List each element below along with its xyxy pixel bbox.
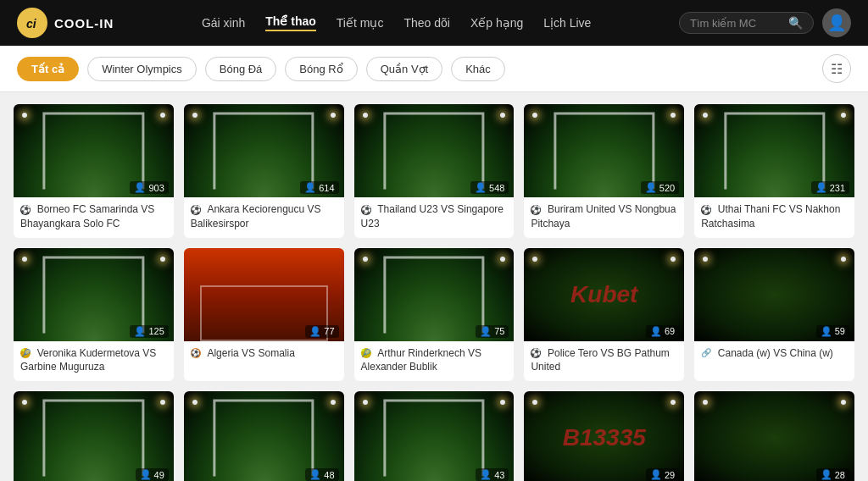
viewer-number: 69: [665, 326, 675, 336]
viewer-icon: 👤: [650, 469, 662, 480]
card-thumbnail: 👤 614: [184, 104, 344, 197]
sport-icon-soccer: ⚽: [20, 205, 31, 215]
filter-bar: Tất cả Winter Olympics Bóng Đá Bóng Rổ Q…: [0, 46, 868, 92]
viewer-number: 49: [154, 470, 164, 480]
viewer-count: 👤 29: [646, 468, 679, 481]
card-title: Canada (w) VS China (w): [718, 347, 833, 359]
viewer-number: 48: [324, 470, 334, 480]
card-title: Ankara Keciorengucu VS Balikesirspor: [191, 203, 321, 229]
viewer-icon: 👤: [134, 182, 146, 193]
sport-icon-soccer-orange: ⚽: [191, 348, 201, 358]
card-title: Uthai Thani FC VS Nakhon Ratchasima: [701, 203, 840, 229]
card-thumbnail: 👤 125: [14, 248, 174, 341]
watermark: B13335: [563, 424, 646, 451]
viewer-icon: 👤: [134, 326, 146, 337]
card-thumbnail: 👤 28: [694, 391, 854, 481]
viewer-count: 👤 43: [476, 468, 509, 481]
card-title: Arthur Rinderknech VS Alexander Bublik: [361, 347, 481, 373]
viewer-icon: 👤: [309, 326, 321, 337]
card-thumbnail: 👤 49: [14, 391, 174, 481]
nav-lich-live[interactable]: Lịch Live: [543, 16, 591, 30]
card-6[interactable]: 👤 77 ⚽ Algeria VS Somalia: [184, 248, 344, 382]
logo-icon: ci: [17, 8, 47, 38]
card-thumbnail: 👤 548: [354, 104, 515, 197]
viewer-number: 43: [494, 470, 504, 480]
card-10[interactable]: 👤 49 ⚽ Aldosivi (R) VS Boca Juniors (R): [14, 391, 174, 481]
avatar[interactable]: 👤: [822, 8, 851, 37]
filter-bong-ro[interactable]: Bóng Rổ: [285, 57, 357, 81]
sport-icon-soccer: ⚽: [531, 348, 541, 358]
sport-icon-soccer: ⚽: [531, 205, 541, 215]
viewer-icon: 👤: [650, 326, 662, 337]
filter-bong-da[interactable]: Bóng Đá: [205, 57, 277, 81]
viewer-icon: 👤: [475, 182, 487, 193]
header-right: 🔍 👤: [679, 8, 851, 37]
card-title: Veronika Kudermetova VS Garbine Muguruza: [20, 347, 156, 373]
viewer-icon: 👤: [815, 182, 827, 193]
card-thumbnail: 👤 520: [524, 104, 684, 197]
svg-text:ci: ci: [26, 17, 37, 30]
nav-xep-hang[interactable]: Xếp hạng: [470, 16, 523, 30]
card-8[interactable]: Kubet 👤 69 ⚽ Police Tero VS BG Pathum Un…: [524, 248, 684, 382]
nav-tiet-muc[interactable]: Tiết mục: [337, 16, 384, 30]
sport-icon-soccer: ⚽: [191, 205, 201, 215]
filter-winter-olympics[interactable]: Winter Olympics: [87, 57, 197, 81]
card-4[interactable]: 👤 231 ⚽ Uthai Thani FC VS Nakhon Ratchas…: [694, 104, 854, 238]
search-box[interactable]: 🔍: [679, 12, 814, 34]
sport-icon-soccer: ⚽: [361, 205, 371, 215]
card-0[interactable]: 👤 903 ⚽ Borneo FC Samarinda VS Bhayangka…: [14, 104, 174, 238]
card-1[interactable]: 👤 614 ⚽ Ankara Keciorengucu VS Balikesir…: [184, 104, 344, 238]
viewer-count: 👤 59: [816, 325, 849, 338]
logo-text: COOL-IN: [54, 16, 114, 30]
card-info: 🎾 Arthur Rinderknech VS Alexander Bublik: [354, 341, 515, 382]
card-title: Algeria VS Somalia: [207, 347, 294, 359]
card-info: ⚽ Police Tero VS BG Pathum United: [524, 341, 684, 382]
card-info: 🔗 Canada (w) VS China (w): [694, 341, 854, 368]
video-grid: 👤 903 ⚽ Borneo FC Samarinda VS Bhayangka…: [14, 104, 854, 481]
card-info: ⚽ Uthai Thani FC VS Nakhon Ratchasima: [694, 197, 854, 238]
logo[interactable]: ci COOL-IN: [17, 8, 114, 38]
viewer-count: 👤 125: [130, 325, 168, 338]
card-12[interactable]: 👤 43 🎾 Holger Vitus Nodskov Rune VS Asla…: [354, 391, 515, 481]
viewer-icon: 👤: [645, 182, 657, 193]
viewer-count: 👤 49: [136, 468, 169, 481]
card-thumbnail: 👤 77: [184, 248, 344, 341]
card-thumbnail: Kubet 👤 69: [524, 248, 684, 341]
viewer-count: 👤 77: [305, 325, 338, 338]
card-2[interactable]: 👤 548 ⚽ Thailand U23 VS Singapore U23: [354, 104, 515, 238]
sort-button[interactable]: ☷: [822, 54, 851, 83]
nav-gai-xinh[interactable]: Gái xinh: [202, 16, 245, 30]
viewer-number: 903: [148, 183, 164, 193]
card-thumbnail: 👤 43: [354, 391, 515, 481]
viewer-icon: 👤: [821, 469, 832, 480]
filter-khac[interactable]: Khác: [451, 57, 505, 81]
card-7[interactable]: 👤 75 🎾 Arthur Rinderknech VS Alexander B…: [354, 248, 515, 382]
card-title: Police Tero VS BG Pathum United: [531, 347, 669, 373]
viewer-count: 👤 75: [476, 325, 509, 338]
viewer-number: 29: [665, 470, 675, 480]
card-14[interactable]: 👤 28 🔗 The Field VS South Korea: [694, 391, 854, 481]
viewer-number: 125: [148, 326, 164, 336]
card-info: ⚽ Buriram United VS Nongbua Pitchaya: [524, 197, 684, 238]
filter-all[interactable]: Tất cả: [17, 57, 79, 81]
card-thumbnail: B13335 👤 29: [524, 391, 684, 481]
card-3[interactable]: 👤 520 ⚽ Buriram United VS Nongbua Pitcha…: [524, 104, 684, 238]
viewer-number: 59: [835, 326, 845, 336]
card-5[interactable]: 👤 125 🎾 Veronika Kudermetova VS Garbine …: [14, 248, 174, 382]
filter-quan-vot[interactable]: Quần Vợt: [366, 57, 442, 81]
search-icon[interactable]: 🔍: [788, 16, 803, 30]
viewer-icon: 👤: [140, 469, 152, 480]
card-13[interactable]: B13335 👤 29 🔗 Japan (w) VS USA (w): [524, 391, 684, 481]
card-11[interactable]: 👤 48 ⚽ Zvezda (w) VS Victoria Berestye (…: [184, 391, 344, 481]
watermark: Kubet: [570, 281, 637, 308]
card-9[interactable]: 👤 59 🔗 Canada (w) VS China (w): [694, 248, 854, 382]
nav-theo-doi[interactable]: Theo dõi: [403, 16, 449, 30]
viewer-count: 👤 69: [646, 325, 679, 338]
viewer-icon: 👤: [304, 182, 316, 193]
viewer-icon: 👤: [821, 326, 832, 337]
viewer-icon: 👤: [480, 469, 492, 480]
nav-the-thao[interactable]: Thể thao: [265, 14, 316, 31]
search-input[interactable]: [690, 17, 783, 30]
sport-icon-olympics: 🔗: [701, 348, 711, 358]
sport-icon-soccer: ⚽: [701, 205, 711, 215]
